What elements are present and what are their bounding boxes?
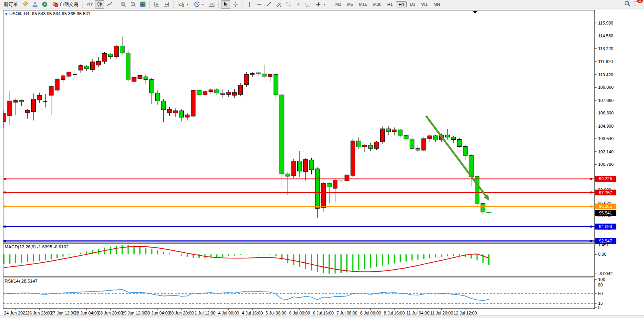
toolbar-separator (82, 1, 83, 8)
rsi-axis-label: 80 (598, 283, 603, 287)
price-tick-label: 109.060 (598, 85, 614, 90)
date-tick-label: 12 Jul 12:00 (454, 311, 477, 315)
macd-axis-label: 0.00 (598, 252, 606, 257)
auto-trading-icon (52, 1, 58, 8)
toolbar-separator (330, 1, 331, 8)
price-tick-label: 102.140 (598, 149, 614, 154)
toolbar-separator (218, 1, 219, 8)
macd-axis-label: 1.451 (598, 242, 609, 247)
zoom-out-icon[interactable] (128, 0, 138, 9)
window-bottom-edge (0, 315, 644, 318)
line-price-label: 94.093 (599, 224, 612, 229)
notification-badge: 1 (637, 0, 643, 3)
timeframe-h4[interactable]: H4 (396, 1, 407, 7)
hline-handle (590, 178, 592, 180)
timeframe-m30[interactable]: M30 (370, 1, 384, 7)
price-tick-label: 115.980 (598, 21, 613, 25)
date-tick-label: 28 Jun 04:00 (74, 311, 99, 315)
line-price-label: 99.225 (599, 176, 612, 181)
timeframe-m15[interactable]: M15 (356, 1, 370, 7)
toolbar-separator (173, 1, 174, 8)
text-label-tool-icon[interactable]: T (303, 0, 312, 9)
chart-canvas[interactable]: 115.980114.580113.220111.820110.420109.0… (0, 9, 644, 318)
date-tick-label: 26 Jun 23:00 (27, 311, 52, 315)
new-order-label: 新订单 (4, 1, 18, 8)
tile-windows-icon[interactable] (138, 0, 147, 9)
price-tick-label: 110.420 (598, 72, 613, 77)
line-price-label: 95.541 (599, 211, 612, 215)
timeframe-h1[interactable]: H1 (384, 1, 395, 7)
date-tick-label: 4 Jul 16:00 (242, 311, 263, 315)
timeframe-m1[interactable]: M1 (333, 1, 344, 7)
arrows-tool-button[interactable]: ▼ (313, 0, 328, 8)
timeframe-m5[interactable]: M5 (344, 1, 356, 7)
timeframe-mn[interactable]: MN (431, 1, 443, 7)
trendline-tool-icon[interactable] (264, 0, 274, 9)
fibonacci-tool-icon[interactable]: F (284, 0, 293, 9)
toolbar-separator (242, 1, 243, 8)
hline-handle (590, 226, 592, 228)
date-tick-label: 7 Jul 08:00 (337, 311, 358, 315)
date-tick-label: 28 Jun 20:00 (98, 311, 123, 315)
dropdown-caret-icon: ▼ (323, 3, 326, 6)
text-tool-icon[interactable]: A (293, 0, 303, 9)
date-tick-label: 29 Jun 12:00 (122, 311, 147, 315)
hline-handle (4, 240, 6, 242)
rsi-axis-label: 0 (598, 305, 600, 310)
timeframe-w1[interactable]: W1 (418, 1, 430, 7)
new-chart-button[interactable]: ▼ (176, 0, 191, 8)
indicators-icon[interactable] (207, 0, 216, 9)
equidistant-channel-tool-icon[interactable]: E (274, 0, 283, 9)
zoom-in-icon[interactable] (119, 0, 128, 9)
date-tick-label: 27 Jun 12:00 (51, 311, 75, 315)
main-toolbar: 新订单 自动交易 ▼ ▼ E F A T ▼ M1 M5 M15 M30 H1 … (0, 0, 644, 9)
chart-shift-icon[interactable] (162, 0, 171, 9)
price-tick-label: 103.540 (598, 136, 614, 141)
data-window-icon[interactable] (30, 0, 40, 9)
line-price-label: 97.757 (599, 190, 612, 195)
hline-handle (4, 226, 6, 228)
period-button[interactable]: ▼ (191, 0, 207, 8)
price-tick-label: 104.900 (598, 124, 614, 128)
hline-handle (4, 192, 6, 193)
date-tick-label: 6 Jul 16:00 (313, 311, 334, 315)
dropdown-caret-icon: ▼ (202, 3, 204, 6)
hline-handle (590, 240, 592, 242)
date-tick-label: 8 Jul 16:00 (384, 311, 405, 315)
vertical-line-tool-icon[interactable] (245, 0, 254, 9)
line-price-label: 96.255 (599, 204, 612, 209)
timeframe-d1[interactable]: D1 (407, 1, 418, 7)
date-tick-label: 4 Jul 00:00 (218, 311, 239, 315)
main-pane (3, 10, 595, 243)
chart-window: 115.980114.580113.220111.820110.420109.0… (0, 9, 644, 318)
price-tick-label: 114.580 (598, 33, 613, 38)
date-tick-label: 5 Jul 08:00 (265, 311, 286, 315)
crosshair-icon[interactable] (231, 0, 240, 9)
price-tick-label: 107.660 (598, 98, 614, 103)
candlestick-chart-type-icon[interactable] (95, 0, 104, 9)
date-tick-label: 30 Jun 04:00 (145, 311, 170, 315)
svg-text:F: F (290, 5, 291, 7)
line-chart-type-icon[interactable] (105, 0, 114, 9)
price-tick-label: 106.300 (598, 111, 614, 115)
bar-chart-type-icon[interactable] (85, 0, 95, 9)
hline-handle (4, 206, 6, 207)
svg-text:T: T (307, 2, 309, 7)
hline-handle (4, 178, 6, 180)
navigator-icon[interactable] (40, 0, 49, 9)
auto-trading-button[interactable]: 自动交易 (50, 0, 81, 9)
cursor-icon[interactable] (221, 0, 230, 9)
date-tick-label: 1 Jul 12:00 (195, 311, 216, 315)
svg-text:A: A (297, 2, 300, 7)
search-icon[interactable] (624, 0, 631, 8)
chat-icon[interactable]: 1 (633, 0, 640, 8)
market-watch-icon[interactable] (21, 0, 30, 9)
horizontal-line-tool-icon[interactable] (254, 0, 264, 9)
rsi-axis-label: 50 (598, 291, 603, 296)
new-order-button[interactable]: 新订单 (2, 0, 20, 9)
price-tick-label: 100.780 (598, 162, 614, 167)
macd-pane (3, 244, 595, 277)
dropdown-caret-icon: ▼ (186, 3, 189, 6)
date-tick-label: 24 Jun 2022 (4, 311, 28, 315)
auto-scroll-icon[interactable] (152, 0, 161, 9)
